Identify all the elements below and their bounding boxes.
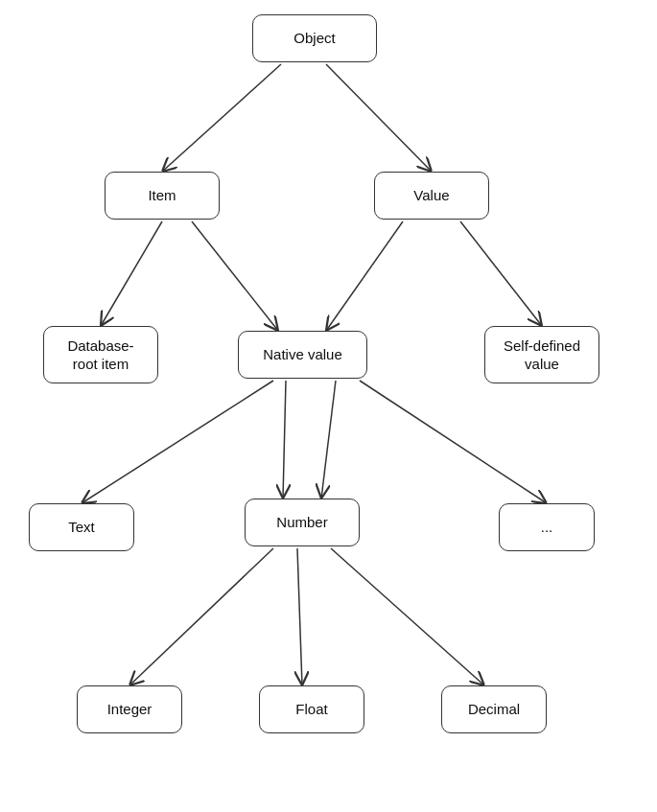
svg-line-3 xyxy=(192,221,278,331)
svg-line-6 xyxy=(82,381,273,503)
node-dbroot: Database-root item xyxy=(43,326,158,383)
node-ellipsis: ... xyxy=(499,503,595,551)
node-number: Number xyxy=(245,499,360,546)
svg-line-5 xyxy=(460,221,542,326)
node-integer: Integer xyxy=(77,685,182,733)
node-value: Value xyxy=(374,172,489,220)
svg-line-4 xyxy=(326,221,403,331)
svg-line-0 xyxy=(162,64,281,172)
node-item: Item xyxy=(105,172,220,220)
node-decimal: Decimal xyxy=(441,685,547,733)
node-object: Object xyxy=(252,14,377,62)
node-float: Float xyxy=(259,685,364,733)
svg-line-1 xyxy=(326,64,432,172)
svg-line-11 xyxy=(297,548,302,685)
svg-line-8 xyxy=(321,381,336,499)
node-nativevalue: Native value xyxy=(238,331,367,379)
class-diagram: Object Item Value Database-root item Nat… xyxy=(0,0,657,812)
node-text: Text xyxy=(29,503,134,551)
svg-line-10 xyxy=(129,548,273,685)
svg-line-2 xyxy=(101,221,162,326)
node-selfdefined: Self-definedvalue xyxy=(484,326,599,383)
svg-line-9 xyxy=(360,381,547,503)
svg-line-12 xyxy=(331,548,484,685)
svg-line-7 xyxy=(283,381,286,499)
